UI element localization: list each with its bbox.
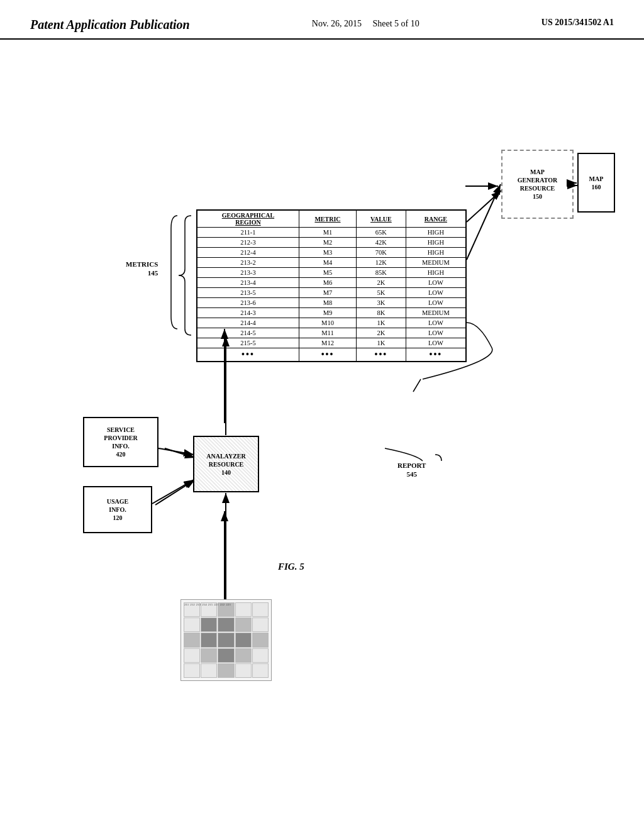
table-row: 212-3M242KHIGH bbox=[197, 238, 465, 248]
table-cell-8-2: 8K bbox=[357, 308, 406, 318]
table-row: 213-2M412KMEDIUM bbox=[197, 258, 465, 268]
table-row: 214-3M98KMEDIUM bbox=[197, 308, 465, 318]
service-provider-box: SERVICEPROVIDERINFO.420 bbox=[83, 417, 158, 467]
mapgen-to-map-arrow bbox=[572, 180, 581, 192]
table-cell-5-2: 2K bbox=[357, 278, 406, 288]
col-header-region: GEOGRAPHICALREGION bbox=[197, 211, 299, 228]
analyzer-box: ANALAYZERRESOURCE140 bbox=[193, 436, 259, 492]
svg-line-18 bbox=[467, 184, 501, 260]
table-cell-9-2: 1K bbox=[357, 318, 406, 328]
table-row: •••••••••••• bbox=[197, 348, 465, 362]
table-cell-11-1: M12 bbox=[299, 338, 356, 348]
patent-diagram: SERVICEPROVIDERINFO.420 USAGEINFO.120 AN… bbox=[33, 52, 611, 794]
publication-title: Patent Application Publication bbox=[30, 18, 190, 32]
table-row: 214-4M101KLOW bbox=[197, 318, 465, 328]
table-cell-5-3: LOW bbox=[406, 278, 465, 288]
table-cell-8-0: 214-3 bbox=[197, 308, 299, 318]
metrics-label: METRICS145 bbox=[126, 260, 158, 278]
table-cell-6-2: 5K bbox=[357, 288, 406, 298]
table-cell-9-1: M10 bbox=[299, 318, 356, 328]
table-cell-6-0: 213-5 bbox=[197, 288, 299, 298]
table-cell-3-0: 213-2 bbox=[197, 258, 299, 268]
col-header-range: RANGE bbox=[406, 211, 465, 228]
table-row: 211-1M165KHIGH bbox=[197, 228, 465, 238]
table-cell-4-0: 213-3 bbox=[197, 268, 299, 278]
map-thumbnail: 211212213214 215221222223 bbox=[180, 599, 272, 681]
svg-line-5 bbox=[165, 448, 195, 458]
page: Patent Application Publication Nov. 26, … bbox=[0, 0, 644, 819]
table-cell-3-2: 12K bbox=[357, 258, 406, 268]
table-cell-4-3: HIGH bbox=[406, 268, 465, 278]
table-row: 213-6M83KLOW bbox=[197, 298, 465, 308]
publication-date-sheet: Nov. 26, 2015 Sheet 5 of 10 bbox=[312, 18, 419, 30]
table-cell-5-1: M6 bbox=[299, 278, 356, 288]
table-cell-1-1: M2 bbox=[299, 238, 356, 248]
table-cell-7-1: M8 bbox=[299, 298, 356, 308]
page-header: Patent Application Publication Nov. 26, … bbox=[0, 0, 644, 40]
analyzer-to-mapgen-arrow bbox=[465, 180, 503, 192]
table-cell-0-1: M1 bbox=[299, 228, 356, 238]
table-cell-12-0: ••• bbox=[197, 348, 299, 362]
usage-info-box: USAGEINFO.120 bbox=[83, 486, 152, 533]
metrics-brace-svg bbox=[153, 213, 199, 338]
figure-label: FIG. 5 bbox=[278, 562, 304, 572]
svg-line-15 bbox=[152, 480, 194, 504]
svg-line-7 bbox=[467, 191, 501, 222]
table-cell-8-1: M9 bbox=[299, 308, 356, 318]
table-cell-2-2: 70K bbox=[357, 248, 406, 258]
table-cell-12-2: ••• bbox=[357, 348, 406, 362]
table-cell-2-1: M3 bbox=[299, 248, 356, 258]
diagram-main: SERVICEPROVIDERINFO.420 USAGEINFO.120 AN… bbox=[0, 40, 644, 819]
table-cell-8-3: MEDIUM bbox=[406, 308, 465, 318]
table-row: 215-5M121KLOW bbox=[197, 338, 465, 348]
table-cell-12-3: ••• bbox=[406, 348, 465, 362]
report-label: REPORT545 bbox=[397, 461, 426, 479]
table-cell-7-0: 213-6 bbox=[197, 298, 299, 308]
svg-line-20 bbox=[413, 379, 421, 392]
table-cell-4-1: M5 bbox=[299, 268, 356, 278]
metrics-table: GEOGRAPHICALREGION METRIC VALUE RANGE 21… bbox=[196, 209, 467, 362]
table-cell-4-2: 85K bbox=[357, 268, 406, 278]
map-box: MAP160 bbox=[577, 153, 615, 213]
table-cell-10-2: 2K bbox=[357, 328, 406, 338]
table-cell-11-3: LOW bbox=[406, 338, 465, 348]
table-cell-12-1: ••• bbox=[299, 348, 356, 362]
table-cell-2-3: HIGH bbox=[406, 248, 465, 258]
table-cell-3-3: MEDIUM bbox=[406, 258, 465, 268]
table-row: 214-5M112KLOW bbox=[197, 328, 465, 338]
table-cell-10-0: 214-5 bbox=[197, 328, 299, 338]
svg-line-4 bbox=[155, 480, 195, 505]
table-cell-1-0: 212-3 bbox=[197, 238, 299, 248]
table-cell-3-1: M4 bbox=[299, 258, 356, 268]
table-cell-10-3: LOW bbox=[406, 328, 465, 338]
table-cell-1-3: HIGH bbox=[406, 238, 465, 248]
table-cell-6-3: LOW bbox=[406, 288, 465, 298]
col-header-value: VALUE bbox=[357, 211, 406, 228]
table-row: 212-4M370KHIGH bbox=[197, 248, 465, 258]
table-cell-7-3: LOW bbox=[406, 298, 465, 308]
publication-number: US 2015/341502 A1 bbox=[541, 18, 614, 28]
table-cell-0-2: 65K bbox=[357, 228, 406, 238]
col-header-metric: METRIC bbox=[299, 211, 356, 228]
map-generator-box: MAPGENERATORRESOURCE150 bbox=[501, 150, 574, 219]
table-cell-0-0: 211-1 bbox=[197, 228, 299, 238]
table-cell-10-1: M11 bbox=[299, 328, 356, 338]
table-cell-11-0: 215-5 bbox=[197, 338, 299, 348]
table-cell-0-3: HIGH bbox=[406, 228, 465, 238]
table-row: 213-5M75KLOW bbox=[197, 288, 465, 298]
table-cell-11-2: 1K bbox=[357, 338, 406, 348]
table-cell-7-2: 3K bbox=[357, 298, 406, 308]
table-cell-9-0: 214-4 bbox=[197, 318, 299, 328]
table-row: 213-3M585KHIGH bbox=[197, 268, 465, 278]
pub-date: Nov. 26, 2015 bbox=[312, 19, 362, 28]
table-cell-1-2: 42K bbox=[357, 238, 406, 248]
sheet-info: Sheet 5 of 10 bbox=[373, 19, 419, 28]
table-cell-5-0: 213-4 bbox=[197, 278, 299, 288]
table-row: 213-4M62KLOW bbox=[197, 278, 465, 288]
table-cell-2-0: 212-4 bbox=[197, 248, 299, 258]
table-cell-6-1: M7 bbox=[299, 288, 356, 298]
svg-line-16 bbox=[158, 448, 194, 455]
table-cell-9-3: LOW bbox=[406, 318, 465, 328]
